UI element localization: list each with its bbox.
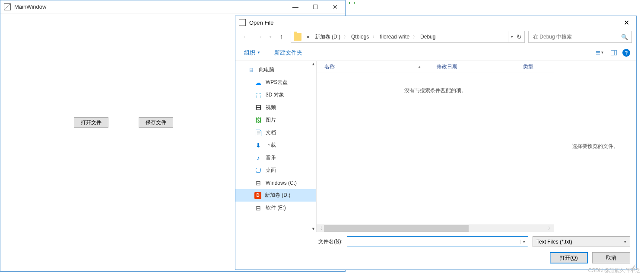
refresh-icon[interactable]: ↻ [517,33,522,40]
open-file-dialog: Open File ✕ ← → ▾ ↑ « 新加卷 (D:) 〉 Qtblogs… [235,16,637,270]
scroll-up-icon[interactable]: ▲ [311,62,315,66]
help-button[interactable]: ? [622,49,630,57]
preview-pane: 选择要预览的文件。 [554,61,636,232]
desktop-icon: 🖵 [254,167,262,174]
save-file-button[interactable]: 保存文件 [139,117,173,128]
watermark: CSDN @誰能久伴不乏 [588,267,641,274]
pc-icon: 🖥 [247,66,255,74]
list-header: 名称▲ 修改日期 类型 [317,61,554,73]
tree-item-drive-e[interactable]: ⊟软件 (E:) [235,202,316,214]
main-window-title: MainWindow [14,3,286,10]
filename-label: 文件名(N): [318,238,343,245]
close-button[interactable]: ✕ [325,0,345,13]
search-input[interactable] [532,33,621,40]
tree-item-documents[interactable]: 📄文档 [235,126,316,139]
tree-item-drive-c[interactable]: ⊟Windows (C:) [235,177,316,189]
scroll-right-icon[interactable]: 〉 [546,226,554,231]
forward-button[interactable]: → [254,31,266,43]
scroll-left-icon[interactable]: 〈 [317,226,324,231]
breadcrumb-2[interactable]: fileread-write [377,31,412,42]
column-name[interactable]: 名称▲ [317,63,429,71]
filename-input[interactable] [347,239,520,245]
chevron-right-icon: 〉 [343,34,349,40]
address-bar[interactable]: « 新加卷 (D:) 〉 Qtblogs 〉 fileread-write 〉 … [291,31,525,43]
cloud-icon: ☁ [254,79,262,87]
dialog-icon [239,19,246,26]
tree-item-pictures[interactable]: 🖼图片 [235,114,316,126]
tree-item-wps[interactable]: ☁WPS云盘 [235,76,316,89]
dialog-close-button[interactable]: ✕ [616,16,636,29]
folder-icon [294,33,301,41]
address-dropdown-icon[interactable]: ▾ [511,35,513,39]
maximize-button[interactable]: ☐ [305,0,325,13]
chevron-down-icon: ▼ [257,51,260,55]
breadcrumb-3[interactable]: Debug [418,31,438,42]
chevron-down-icon: ▾ [624,240,626,244]
tree-item-downloads[interactable]: ⬇下载 [235,139,316,151]
breadcrumb-prefix[interactable]: « [304,31,312,42]
preview-message: 选择要预览的文件。 [572,143,619,150]
app-icon [4,3,11,10]
nav-row: ← → ▾ ↑ « 新加卷 (D:) 〉 Qtblogs 〉 fileread-… [235,29,636,45]
chevron-right-icon: 〉 [412,34,418,40]
tree-item-desktop[interactable]: 🖵桌面 [235,164,316,177]
organize-menu[interactable]: 组织▼ [241,47,263,58]
dialog-titlebar[interactable]: Open File ✕ [235,16,636,29]
filename-combobox[interactable]: ▾ [347,236,528,247]
sort-asc-icon: ▲ [418,65,421,69]
view-mode-button[interactable]: ▼ [595,48,605,58]
dialog-title: Open File [249,19,616,26]
new-folder-button[interactable]: 新建文件夹 [272,47,305,58]
drive-icon: ⊟ [254,179,262,187]
history-dropdown[interactable]: ▾ [267,35,273,39]
drive-icon: ⊟ [254,204,262,212]
main-window-titlebar[interactable]: MainWindow — ☐ ✕ [0,0,345,13]
toolbar: 组织▼ 新建文件夹 ▼ ? [235,45,636,61]
file-type-filter[interactable]: Text Files (*.txt) ▾ [533,236,630,247]
cube-icon: ⬚ [254,91,262,99]
up-button[interactable]: ↑ [275,31,287,43]
cancel-button[interactable]: 取消 [592,252,630,263]
breadcrumb-0[interactable]: 新加卷 (D:) [312,31,343,42]
chevron-down-icon[interactable]: ▾ [520,240,528,244]
scroll-down-icon[interactable]: ▼ [311,227,315,231]
tree-item-videos[interactable]: 🎞视频 [235,101,316,114]
empty-message: 没有与搜索条件匹配的项。 [317,73,554,94]
open-button[interactable]: 打开(O) [550,252,588,263]
chevron-right-icon: 〉 [371,34,377,40]
open-file-button[interactable]: 打开文件 [74,117,108,128]
back-button[interactable]: ← [240,31,252,43]
minimize-button[interactable]: — [286,0,305,13]
search-icon: 🔍 [621,34,628,40]
picture-icon: 🖼 [254,116,262,124]
music-icon: ♪ [254,154,262,162]
download-icon: ⬇ [254,141,262,149]
tree-item-this-pc[interactable]: 🖥此电脑 [235,64,316,76]
folder-tree[interactable]: ▲ 🖥此电脑 ☁WPS云盘 ⬚3D 对象 🎞视频 🖼图片 📄文档 ⬇下载 ♪音乐… [235,61,317,232]
preview-pane-button[interactable] [609,48,619,58]
horizontal-scrollbar[interactable]: 〈 〉 [317,225,554,232]
tree-item-music[interactable]: ♪音乐 [235,151,316,164]
document-icon: 📄 [254,129,262,137]
video-icon: 🎞 [254,104,262,112]
scrollbar-thumb[interactable] [324,225,469,232]
tree-item-drive-d[interactable]: D新加卷 (D:) [235,189,316,202]
column-date[interactable]: 修改日期 [429,63,515,71]
tree-item-3d[interactable]: ⬚3D 对象 [235,89,316,101]
list-view-icon [596,51,600,55]
preview-pane-icon [611,50,617,55]
search-box[interactable]: 🔍 [528,31,632,43]
decorative-text: '' [347,0,357,9]
drive-d-icon: D [254,192,261,199]
file-list[interactable]: 名称▲ 修改日期 类型 没有与搜索条件匹配的项。 〈 〉 [317,61,554,232]
breadcrumb-1[interactable]: Qtblogs [349,31,371,42]
column-type[interactable]: 类型 [515,63,541,71]
